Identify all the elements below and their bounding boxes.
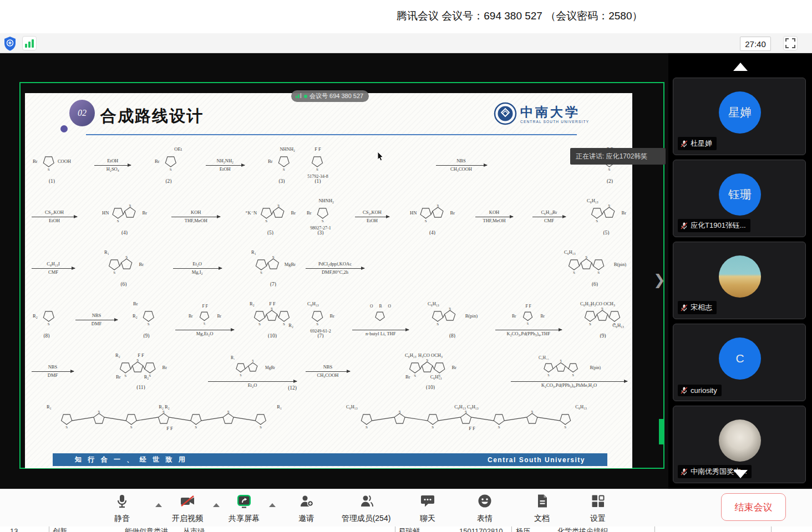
participant-avatar <box>719 420 761 462</box>
camera-off-icon <box>180 493 195 511</box>
svg-text:S: S <box>498 425 500 429</box>
reaction-scheme-right: SF F51792-34-8(1)NBSCH₃COOHSBrBrF F(2)SB… <box>304 140 628 449</box>
svg-text:C₆H₁₃: C₆H₁₃ <box>612 323 624 328</box>
collapse-panel-chevron[interactable]: ❯ <box>653 273 666 287</box>
svg-text:C₆H₁₃: C₆H₁₃ <box>575 404 587 410</box>
svg-text:F F: F F <box>314 146 321 152</box>
background-cell-border <box>771 526 772 532</box>
participant-tile[interactable]: 钰珊应化T1901张钰... <box>673 160 806 237</box>
status-toolbar: 27:40 <box>0 33 812 53</box>
svg-text:(7): (7) <box>317 332 323 338</box>
svg-text:B: B <box>379 304 382 309</box>
svg-text:R₁: R₁ <box>251 249 256 255</box>
participant-avatar: 钰珊 <box>719 173 761 216</box>
scroll-down-arrow[interactable] <box>733 470 748 478</box>
docs-button[interactable]: 文档 <box>522 493 561 524</box>
participant-tile[interactable]: 宋相志 <box>673 242 806 319</box>
svg-text:F F: F F <box>469 426 475 431</box>
reaction-row: SF F51792-34-8(1)NBSCH₃COOHSBrBrF F(2) <box>304 140 628 191</box>
svg-text:R₂: R₂ <box>288 323 293 328</box>
svg-text:S: S <box>260 270 262 275</box>
compound-structure: SSHNBr(4) <box>409 197 456 237</box>
svg-text:Br: Br <box>452 365 457 370</box>
reaction-arrow: NH₂NH₂EtOH <box>206 158 245 172</box>
reaction-arrow: NBSCH₃COOH <box>306 365 350 378</box>
speaking-indicator: 正在讲话: 应化1702韩笑 <box>570 148 666 165</box>
svg-text:Br: Br <box>541 314 545 319</box>
share-options-caret[interactable] <box>269 503 276 507</box>
slide-title: 合成路线设计 <box>100 105 204 127</box>
background-cell-border <box>511 526 512 532</box>
svg-text:S: S <box>449 306 451 310</box>
control-toolbar: 静音开启视频共享屏幕邀请管理成员(254)聊天表情文档设置 结束会议 <box>0 489 812 526</box>
svg-text:S: S <box>601 306 603 310</box>
compound-structure: SF F51792-34-8(1) <box>306 146 330 186</box>
invite-icon <box>298 493 314 511</box>
mic-muted-icon <box>680 468 688 476</box>
end-meeting-button[interactable]: 结束会议 <box>721 493 786 521</box>
svg-text:C₆H₁₃: C₆H₁₃ <box>346 404 358 410</box>
members-button[interactable]: 管理成员(254) <box>330 493 402 524</box>
svg-text:HN: HN <box>410 210 417 216</box>
button-label: 开启视频 <box>172 514 203 524</box>
svg-text:S: S <box>277 203 280 207</box>
svg-text:Br: Br <box>307 210 312 216</box>
invite-button[interactable]: 邀请 <box>286 493 326 524</box>
svg-text:F F: F F <box>526 304 531 309</box>
svg-text:R₂ R₂: R₂ R₂ <box>159 404 169 410</box>
network-signal-icon[interactable] <box>22 36 37 50</box>
svg-text:Br: Br <box>268 158 273 164</box>
svg-text:F F: F F <box>138 352 144 358</box>
svg-text:S: S <box>163 409 165 413</box>
reaction-arrow: SBrBrF FK₂CO₃,Pd(PPh₃)₄,THF <box>495 303 562 337</box>
svg-text:S: S <box>322 219 324 223</box>
svg-text:S: S <box>203 322 205 325</box>
svg-text:(10): (10) <box>426 384 435 390</box>
svg-text:C₆H₁₃: C₆H₁₃ <box>539 355 549 360</box>
security-shield-icon[interactable] <box>2 35 18 51</box>
chat-button[interactable]: 聊天 <box>408 493 447 524</box>
mute-button[interactable]: 静音 <box>102 493 142 524</box>
doc-icon <box>534 493 550 511</box>
video-button[interactable]: 开启视频 <box>166 493 209 524</box>
svg-text:F F: F F <box>202 304 207 309</box>
meeting-id-badge[interactable]: 会议号 694 380 527 <box>291 90 369 102</box>
svg-text:S: S <box>124 374 126 378</box>
svg-text:S: S <box>596 219 598 223</box>
participant-tile[interactable]: 星婵杜星婵 <box>673 78 806 155</box>
reaction-arrow: SBrBrF FMg,Et₂O <box>175 303 234 337</box>
svg-text:S: S <box>465 409 467 413</box>
recording-dot <box>304 95 307 98</box>
decorative-dot <box>60 125 68 132</box>
background-cell-border <box>49 526 49 532</box>
settings-button[interactable]: 设置 <box>578 493 617 524</box>
video-options-caret[interactable] <box>213 503 220 507</box>
mute-options-caret[interactable] <box>155 503 162 507</box>
svg-text:S: S <box>98 409 100 413</box>
svg-text:Br: Br <box>450 210 455 216</box>
participant-label: 应化T1901张钰... <box>678 219 750 232</box>
scroll-up-arrow[interactable] <box>733 63 748 71</box>
emoji-button[interactable]: 表情 <box>465 493 504 524</box>
compound-structure: SR₂(8) <box>32 300 62 340</box>
share-button[interactable]: 共享屏幕 <box>222 493 266 524</box>
svg-text:S: S <box>48 322 50 326</box>
svg-text:Br: Br <box>189 314 193 319</box>
button-label: 共享屏幕 <box>229 514 260 524</box>
mic-muted-icon <box>680 386 688 395</box>
svg-text:C₆H₁₃: C₆H₁₃ <box>307 301 319 306</box>
participant-tile[interactable]: Ccuriosity <box>673 324 806 401</box>
svg-text:S: S <box>560 359 561 362</box>
reaction-scheme-left: SBrCOOH(1)EtOHH₂SO₄SBrOEt(2)NH₂NH₂EtOHSB… <box>31 140 298 449</box>
background-text-fragment: 15011702810 <box>459 526 503 532</box>
university-name-en: CENTRAL SOUTH UNIVERSITY <box>520 120 589 124</box>
participant-label: 杜星婵 <box>678 137 717 150</box>
svg-text:(2): (2) <box>165 178 171 183</box>
mic-muted-icon <box>680 140 688 148</box>
svg-text:S: S <box>65 425 68 429</box>
svg-text:S: S <box>531 409 533 413</box>
meeting-title: 腾讯会议 会议号：694 380 527 （会议密码：2580） <box>397 9 643 23</box>
reaction-arrow: C₆H₁₃ICMF <box>32 262 75 275</box>
fullscreen-button[interactable] <box>783 36 798 50</box>
svg-text:(1): (1) <box>314 178 321 183</box>
